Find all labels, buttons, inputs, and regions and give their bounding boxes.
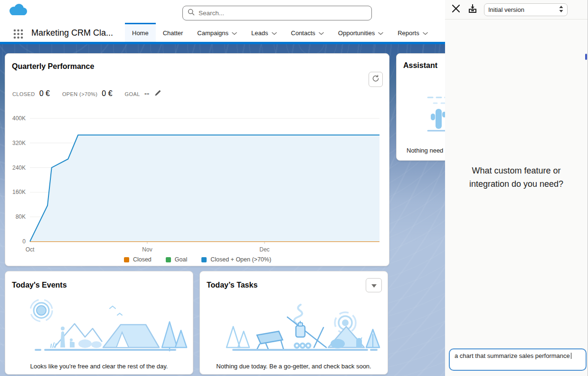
panel-header: Initial version — [445, 0, 588, 19]
close-icon — [451, 4, 461, 15]
builder-side-panel: Initial version What custom feature or i… — [445, 0, 588, 376]
version-select[interactable]: Initial version — [484, 3, 568, 16]
scrollbar-thumb[interactable] — [585, 54, 587, 60]
tab-leads[interactable]: Leads — [244, 23, 284, 42]
legend-item-closed-open: Closed + Open (>70%) — [201, 256, 271, 263]
import-button[interactable] — [465, 2, 480, 17]
legend-item-goal: Goal — [166, 256, 187, 263]
camping-illustration — [9, 294, 190, 359]
todays-events-card: Today's Events — [5, 271, 193, 375]
svg-text:Dec: Dec — [259, 246, 269, 253]
scrollbar-track[interactable] — [585, 0, 588, 376]
legend-swatch — [124, 257, 129, 262]
tab-contacts[interactable]: Contacts — [284, 23, 331, 42]
card-title: Assistant — [403, 61, 437, 70]
chevron-down-icon[interactable] — [272, 29, 277, 37]
legend-swatch — [166, 257, 171, 262]
dropdown-caret-icon — [371, 281, 377, 289]
chevron-down-icon[interactable] — [319, 29, 324, 37]
chart-legend: Closed Goal Closed + Open (>70%) — [5, 256, 390, 263]
brand-stripe — [0, 42, 445, 44]
chevron-down-icon[interactable] — [378, 29, 383, 37]
quarterly-performance-card: Quarterly Performance CLOSED 0 € OPEN (>… — [5, 53, 389, 266]
salesforce-cloud-logo[interactable] — [8, 3, 28, 19]
prompt-input[interactable]: a chart that summarize sales performance — [449, 348, 587, 371]
refresh-button[interactable] — [369, 72, 383, 87]
chevron-down-icon[interactable] — [423, 29, 428, 37]
tasks-empty-text: Nothing due today. Be a go-getter, and c… — [200, 363, 388, 370]
todays-tasks-card: Today’s Tasks — [199, 271, 388, 375]
app-name: Marketing CRM Cla... — [31, 28, 113, 38]
svg-text:80K: 80K — [16, 213, 26, 220]
nav-tab-bar: Home Chatter Campaigns Leads Contacts Op… — [125, 23, 435, 42]
tab-home[interactable]: Home — [125, 23, 156, 42]
select-updown-arrows-icon — [559, 6, 563, 14]
global-header: Search... Marketing CRM Cla... Home Chat… — [0, 0, 445, 42]
stat-goal: GOAL -- — [125, 89, 162, 98]
tab-chatter[interactable]: Chatter — [156, 23, 190, 42]
svg-text:320K: 320K — [12, 140, 26, 146]
svg-text:160K: 160K — [12, 189, 26, 195]
campfire-illustration — [204, 294, 384, 359]
card-title: Quarterly Performance — [12, 62, 94, 71]
prompt-heading: What custom feature or integration do yo… — [455, 164, 577, 191]
search-placeholder: Search... — [199, 10, 224, 17]
refresh-icon — [372, 75, 379, 84]
legend-swatch — [201, 257, 207, 262]
app-launcher-waffle-icon[interactable] — [13, 29, 23, 41]
stat-open: OPEN (>70%) 0 € — [62, 89, 113, 98]
svg-text:Nov: Nov — [142, 246, 152, 253]
events-empty-text: Looks like you're free and clear the res… — [5, 363, 193, 370]
assistant-empty-text: Nothing need — [407, 147, 443, 154]
svg-text:Oct: Oct — [26, 246, 35, 253]
card-title: Today’s Tasks — [207, 281, 257, 289]
legend-item-closed: Closed — [124, 256, 152, 263]
chevron-down-icon[interactable] — [232, 29, 237, 37]
tab-campaigns[interactable]: Campaigns — [190, 23, 244, 42]
import-archive-icon — [467, 3, 478, 16]
card-title: Today's Events — [12, 281, 67, 289]
tab-opportunities[interactable]: Opportunities — [331, 23, 390, 42]
edit-pencil-icon[interactable] — [154, 89, 161, 98]
global-search-input[interactable]: Search... — [182, 6, 372, 20]
performance-chart: 080K160K240K320K400KOctNovDec — [5, 110, 390, 253]
tab-reports[interactable]: Reports — [390, 23, 435, 42]
svg-text:400K: 400K — [12, 115, 26, 122]
text-caret — [571, 353, 572, 359]
svg-text:240K: 240K — [12, 164, 26, 171]
close-button[interactable] — [449, 2, 463, 17]
search-icon — [188, 9, 195, 18]
prompt-input-value: a chart that summarize sales performance — [455, 352, 570, 359]
svg-text:0: 0 — [22, 238, 26, 245]
tasks-menu-button[interactable] — [366, 278, 382, 292]
stat-closed: CLOSED 0 € — [12, 89, 50, 98]
performance-stats: CLOSED 0 € OPEN (>70%) 0 € GOAL -- — [12, 89, 161, 98]
